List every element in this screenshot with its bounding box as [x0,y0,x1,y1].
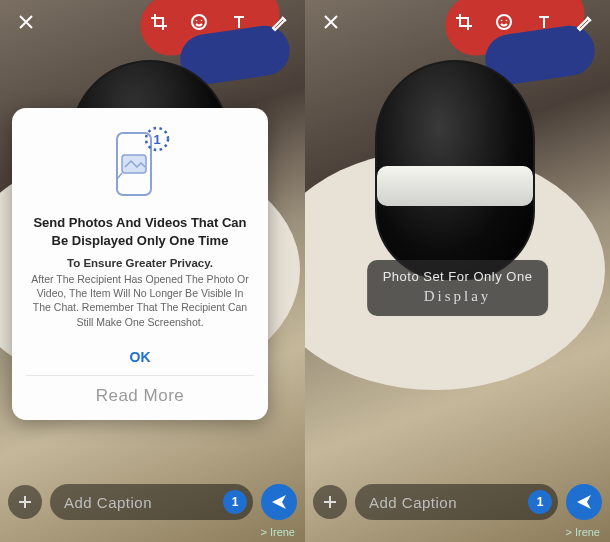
toast-line1: Photo Set For Only One [383,268,533,286]
text-icon[interactable] [528,6,560,38]
view-once-badge[interactable]: 1 [528,490,552,514]
view-once-dialog: 1 Send Photos And Videos That Can Be Dis… [12,108,268,420]
bg-mouse [375,60,535,280]
send-button[interactable] [566,484,602,520]
editor-toolbar [305,0,610,44]
crop-icon[interactable] [448,6,480,38]
screen-left: 1 Send Photos And Videos That Can Be Dis… [0,0,305,542]
recipient-label: > Irene [565,526,600,538]
dialog-subtitle: To Ensure Greater Privacy. [26,257,254,269]
editor-toolbar [0,0,305,44]
dialog-illus-badge: 1 [153,132,160,147]
svg-point-1 [196,20,198,22]
caption-input[interactable]: Add Caption 1 [355,484,558,520]
toast-line2: Display [383,286,533,306]
view-once-badge[interactable]: 1 [223,490,247,514]
caption-input[interactable]: Add Caption 1 [50,484,253,520]
dialog-illustration: 1 [26,122,254,206]
svg-point-7 [501,20,503,22]
bottom-bar: Add Caption 1 [305,474,610,542]
bottom-bar: Add Caption 1 [0,474,305,542]
caption-placeholder: Add Caption [64,494,217,511]
dialog-readmore-button[interactable]: Read More [26,375,254,410]
close-icon[interactable] [315,6,347,38]
add-media-button[interactable] [313,485,347,519]
dialog-ok-button[interactable]: OK [26,343,254,375]
send-button[interactable] [261,484,297,520]
recipient-label: > Irene [260,526,295,538]
svg-point-8 [506,20,508,22]
draw-icon[interactable] [568,6,600,38]
dialog-body: After The Recipient Has Opened The Photo… [26,272,254,329]
crop-icon[interactable] [143,6,175,38]
dialog-title: Send Photos And Videos That Can Be Displ… [26,214,254,249]
emoji-icon[interactable] [183,6,215,38]
close-icon[interactable] [10,6,42,38]
svg-point-6 [497,15,511,29]
caption-placeholder: Add Caption [369,494,522,511]
svg-point-2 [201,20,203,22]
view-once-toast: Photo Set For Only One Display [367,260,549,316]
add-media-button[interactable] [8,485,42,519]
draw-icon[interactable] [263,6,295,38]
emoji-icon[interactable] [488,6,520,38]
text-icon[interactable] [223,6,255,38]
screen-right: Photo Set For Only One Display Add Capti… [305,0,610,542]
svg-point-0 [192,15,206,29]
